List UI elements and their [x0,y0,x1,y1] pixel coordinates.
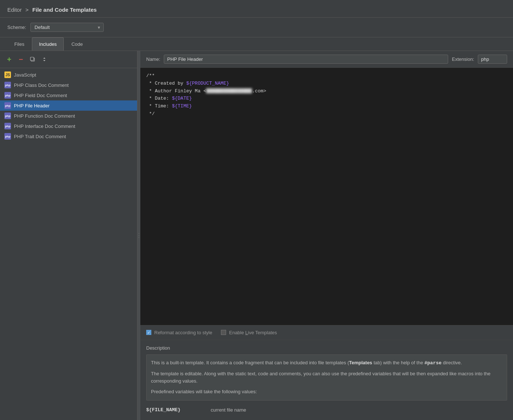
list-item[interactable]: php PHP Function Doc Comment [0,111,137,121]
underline-char: L [245,330,248,335]
tab-code[interactable]: Code [64,37,90,51]
breadcrumb-part1: Editor [7,7,22,13]
description-box: This is a built-in template. It contains… [146,354,507,401]
js-icon: JS [4,71,11,78]
page-container: Editor > File and Code Templates Scheme:… [0,0,513,420]
name-input[interactable] [164,55,448,64]
scheme-row: Scheme: Default ▼ [0,18,513,37]
php-icon: php [4,113,11,119]
toolbar: + − [0,51,137,68]
right-panel: Name: Extension: /** * Created by ${PROD… [140,51,513,420]
live-templates-checkbox-label[interactable]: Enable Live Templates [221,330,277,335]
reformat-checkbox-label[interactable]: Reformat according to style [146,330,212,335]
reformat-label: Reformat according to style [154,330,212,335]
code-line-2: * Created by ${PRODUCT_NAME} [146,80,507,88]
file-item-label: PHP Trait Doc Comment [14,134,66,139]
code-line-4: * Date: ${DATE} [146,95,507,103]
scheme-label: Scheme: [7,25,26,30]
variable-desc: current file name [211,407,246,413]
file-item-label: PHP Class Doc Comment [14,82,69,88]
name-label: Name: [146,56,160,62]
php-icon: php [4,82,11,88]
header: Editor > File and Code Templates [0,0,513,18]
tab-includes[interactable]: Includes [32,37,63,51]
php-icon: php [4,92,11,99]
php-icon: php [4,102,11,109]
list-item[interactable]: php PHP Trait Doc Comment [0,131,137,141]
code-line-5: * Time: ${TIME} [146,103,507,110]
bottom-options: Reformat according to style Enable Live … [140,325,513,340]
variable-row: ${FILE_NAME} current file name [146,406,507,414]
breadcrumb-separator: > [25,7,30,13]
list-item[interactable]: php PHP Class Doc Comment [0,80,137,90]
description-title: Description [146,345,507,351]
list-item-selected[interactable]: php PHP File Header [0,100,137,111]
scheme-select-wrapper: Default ▼ [30,23,104,32]
file-item-label: PHP Function Doc Comment [14,113,75,119]
live-templates-checkbox[interactable] [221,330,226,335]
parse-ref: #parse [424,360,442,366]
reformat-checkbox[interactable] [146,330,151,335]
extension-label: Extension: [452,56,474,62]
php-icon: php [4,123,11,129]
live-templates-label: Enable Live Templates [229,330,277,335]
extension-input[interactable] [478,55,507,64]
file-list: JS JavaScript php PHP Class Doc Comment … [0,68,137,420]
left-panel: + − JS [0,51,137,420]
list-item[interactable]: php PHP Interface Doc Comment [0,121,137,131]
breadcrumb: Editor > File and Code Templates [7,7,506,13]
code-editor[interactable]: /** * Created by ${PRODUCT_NAME} * Autho… [140,68,513,325]
file-item-label: JavaScript [14,72,36,78]
code-line-3: * Author Finley Ma <████████████████.com… [146,88,507,95]
file-item-label: PHP Interface Doc Comment [14,124,75,129]
add-button[interactable]: + [4,55,14,64]
move-button[interactable] [40,55,49,64]
variables-section: ${FILE_NAME} current file name [140,406,513,420]
remove-button[interactable]: − [16,55,26,64]
breadcrumb-part2: File and Code Templates [32,7,97,13]
description-text-3: Predefined variables will take the follo… [151,388,502,396]
tab-files[interactable]: Files [7,37,31,51]
tabs-bar: Files Includes Code [0,37,513,51]
list-item[interactable]: JS JavaScript [0,70,137,80]
description-section: Description This is a built-in template.… [140,340,513,406]
name-ext-row: Name: Extension: [140,51,513,68]
templates-bold: Templates [349,360,372,365]
php-icon: php [4,133,11,140]
description-text-2: The template is editable. Along with the… [151,370,502,386]
variable-name: ${FILE_NAME} [146,407,205,413]
svg-rect-1 [30,57,34,60]
code-line-6: */ [146,110,507,118]
file-item-label: PHP File Header [14,103,49,108]
list-item[interactable]: php PHP Field Doc Comment [0,90,137,100]
file-item-label: PHP Field Doc Comment [14,93,67,98]
drag-handle[interactable] [137,51,140,420]
scheme-select[interactable]: Default [30,23,104,32]
copy-button[interactable] [28,55,37,64]
description-text-1: This is a built-in template. It contains… [151,359,502,367]
code-line-1: /** [146,72,507,80]
main-content: + − JS [0,51,513,420]
